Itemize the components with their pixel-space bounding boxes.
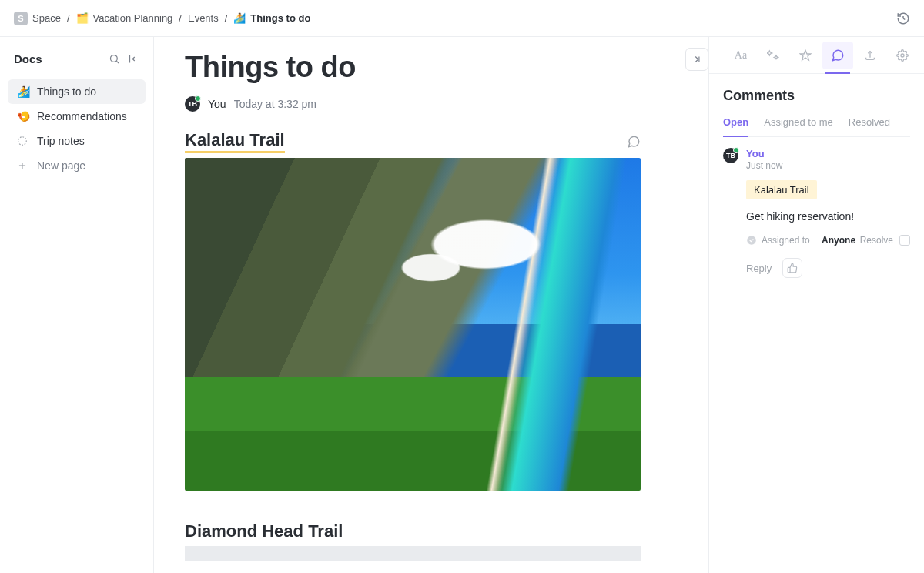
comments-tool[interactable] xyxy=(822,42,853,69)
breadcrumb-folder[interactable]: 🗂️ Vacation Planning xyxy=(76,12,173,24)
sidebar-new-page[interactable]: New page xyxy=(8,153,146,178)
breadcrumb-events[interactable]: Events xyxy=(188,12,219,24)
comment-reference[interactable]: Kalalau Trail xyxy=(746,180,817,199)
panel-toolbar: Aa xyxy=(709,37,924,74)
main-content: Things to do TB You Today at 3:32 pm Kal… xyxy=(154,37,708,573)
avatar: TB xyxy=(723,148,738,163)
breadcrumb-space[interactable]: S Space xyxy=(14,12,61,25)
comment-author[interactable]: You xyxy=(746,148,910,159)
ai-tool[interactable] xyxy=(758,42,788,69)
comment-time: Just now xyxy=(746,160,910,171)
sidebar-item-label: Recommendations xyxy=(37,110,127,122)
like-button[interactable] xyxy=(782,258,802,278)
svg-point-11 xyxy=(901,54,904,57)
food-icon: 🍤 xyxy=(17,111,29,122)
topbar: S Space / 🗂️ Vacation Planning / Events … xyxy=(0,0,924,37)
search-icon[interactable] xyxy=(109,53,120,65)
sidebar-title: Docs xyxy=(14,52,42,65)
breadcrumb-separator: / xyxy=(225,12,228,24)
page-icon: 🏄 xyxy=(233,12,246,24)
breadcrumb-current[interactable]: 🏄 Things to do xyxy=(233,12,310,24)
svg-point-12 xyxy=(747,236,756,245)
timestamp: Today at 3:32 pm xyxy=(234,98,316,110)
breadcrumb-label: Space xyxy=(32,12,61,24)
resolve-checkbox[interactable] xyxy=(899,235,910,246)
surfer-icon: 🏄 xyxy=(17,86,29,97)
sidebar-item-label: Things to do xyxy=(37,85,96,98)
breadcrumb-label: Vacation Planning xyxy=(93,12,173,24)
tab-open[interactable]: Open xyxy=(723,116,748,137)
tab-resolved[interactable]: Resolved xyxy=(849,116,890,136)
breadcrumb-label: Events xyxy=(188,12,219,24)
svg-line-3 xyxy=(116,61,119,63)
check-circle-icon xyxy=(746,235,757,246)
breadcrumb: S Space / 🗂️ Vacation Planning / Events … xyxy=(14,12,310,25)
svg-point-2 xyxy=(111,55,118,62)
settings-tool[interactable] xyxy=(887,42,918,69)
author-name[interactable]: You xyxy=(208,98,226,110)
automations-tool[interactable] xyxy=(790,42,821,69)
sidebar-item-label: New page xyxy=(37,159,85,172)
space-badge: S xyxy=(14,12,28,25)
page-title: Things to do xyxy=(185,51,678,84)
section-image-diamond-head[interactable] xyxy=(185,546,641,561)
plus-icon xyxy=(17,160,29,171)
comment-text: Get hiking reservation! xyxy=(746,210,910,223)
collapse-sidebar-icon[interactable] xyxy=(128,53,139,65)
sidebar-item-trip-notes[interactable]: Trip notes xyxy=(8,129,146,153)
svg-point-5 xyxy=(18,137,27,146)
share-tool[interactable] xyxy=(855,42,886,69)
assigned-to-value[interactable]: Anyone xyxy=(822,235,855,246)
history-icon[interactable] xyxy=(896,12,910,25)
sidebar-item-label: Trip notes xyxy=(37,135,85,147)
comments-tabs: Open Assigned to me Resolved xyxy=(723,116,910,137)
tab-assigned-to-me[interactable]: Assigned to me xyxy=(764,116,833,136)
avatar[interactable]: TB xyxy=(185,96,200,112)
resolve-label[interactable]: Resolve xyxy=(860,235,893,246)
comments-panel: Aa Comments Open Assigned to me Reso xyxy=(708,37,924,573)
breadcrumb-separator: / xyxy=(67,12,70,24)
toggle-panel-button[interactable] xyxy=(685,48,708,71)
sidebar: Docs 🏄 Things to do 🍤 Recommendations Tr… xyxy=(0,37,154,573)
loading-icon xyxy=(17,136,29,146)
breadcrumb-label: Things to do xyxy=(250,12,310,24)
comment-thread[interactable]: TB You Just now Kalalau Trail Get hiking… xyxy=(723,148,910,278)
panel-title: Comments xyxy=(723,88,910,104)
sidebar-item-things-to-do[interactable]: 🏄 Things to do xyxy=(8,79,146,104)
section-image-kalalau[interactable] xyxy=(185,158,641,491)
typography-tool[interactable]: Aa xyxy=(725,42,756,69)
comment-icon[interactable] xyxy=(627,135,641,149)
assigned-to-label: Assigned to xyxy=(762,235,810,246)
folder-icon: 🗂️ xyxy=(76,12,89,24)
byline: TB You Today at 3:32 pm xyxy=(185,96,678,112)
svg-marker-9 xyxy=(800,50,810,60)
reply-link[interactable]: Reply xyxy=(746,263,772,274)
sidebar-item-recommendations[interactable]: 🍤 Recommendations xyxy=(8,104,146,129)
section-title-diamond-head[interactable]: Diamond Head Trail xyxy=(185,521,343,541)
section-title-kalalau[interactable]: Kalalau Trail xyxy=(185,130,285,153)
svg-line-1 xyxy=(903,18,905,20)
breadcrumb-separator: / xyxy=(179,12,182,24)
